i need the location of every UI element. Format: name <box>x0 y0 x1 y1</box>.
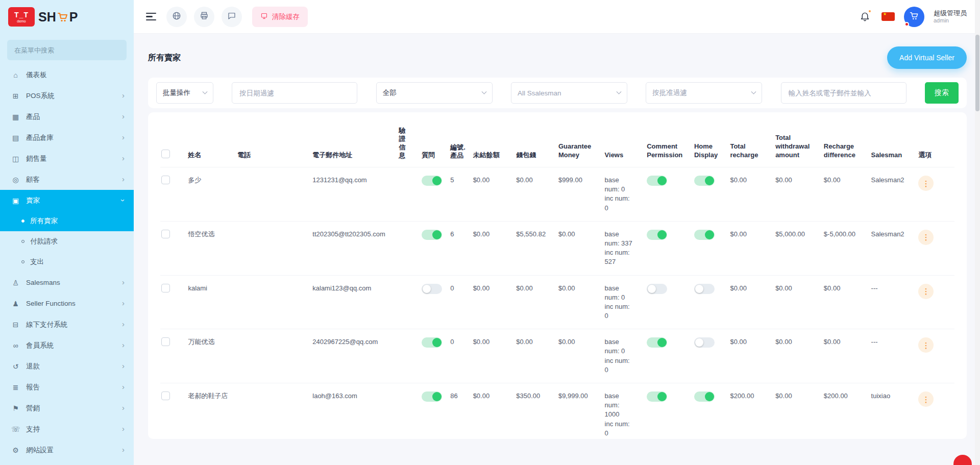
customers-icon: ◎ <box>11 176 20 184</box>
name-email-search-input[interactable] <box>781 82 906 104</box>
comment-permission-toggle[interactable] <box>647 391 667 402</box>
cell-home-display <box>694 329 730 383</box>
salesman-icon: ♙ <box>11 279 20 287</box>
home-display-toggle[interactable] <box>694 391 715 402</box>
notification-dot <box>868 9 872 13</box>
column-header-1: 電話 <box>237 115 312 167</box>
printer-button[interactable] <box>194 7 214 27</box>
comment-permission-toggle[interactable] <box>647 284 667 294</box>
row-checkbox[interactable] <box>161 230 170 238</box>
home-display-toggle[interactable] <box>694 230 715 240</box>
row-checkbox[interactable] <box>161 391 170 400</box>
column-header-16: 選項 <box>918 115 954 167</box>
clear-cache-label: 清除緩存 <box>272 12 300 21</box>
row-options-button[interactable]: ⋮ <box>918 337 934 353</box>
column-header-11: Home Display <box>694 115 730 167</box>
cell-email: kalami123@qq.com <box>312 275 399 329</box>
row-checkbox[interactable] <box>161 337 170 346</box>
sidebar-item-12[interactable]: ⊟線下支付系統› <box>0 314 134 335</box>
sidebar-item-2[interactable]: ▦產品› <box>0 106 134 127</box>
home-display-toggle[interactable] <box>694 284 715 294</box>
sidebar-item-label: 支出 <box>30 257 125 266</box>
sidebar-item-10[interactable]: ♙Salesmans› <box>0 272 134 293</box>
cell-total-withdrawal: $0.00 <box>775 167 824 222</box>
cell-guarantee-money: $999.00 <box>558 167 605 222</box>
user-info[interactable]: 超级管理员 admin <box>934 9 967 25</box>
select-all-checkbox[interactable] <box>161 150 170 158</box>
printer-icon <box>200 11 209 22</box>
row-options-button[interactable]: ⋮ <box>918 284 934 299</box>
add-virtual-seller-button[interactable]: Add Virtual Seller <box>887 46 967 69</box>
comment-permission-toggle[interactable] <box>647 230 667 240</box>
cell-home-display <box>694 221 730 275</box>
sidebar-item-0[interactable]: ⌂儀表板 <box>0 64 134 85</box>
menu-toggle-button[interactable] <box>146 10 159 23</box>
column-header-9: Views <box>605 115 647 167</box>
notifications-button[interactable] <box>857 9 872 25</box>
sidebar-item-13[interactable]: ∞會員系統› <box>0 335 134 356</box>
comment-permission-toggle[interactable] <box>647 337 667 348</box>
language-flag-button[interactable]: ★ <box>881 12 895 21</box>
salesman-filter-value: All Ssalesman <box>518 89 561 97</box>
user-avatar[interactable] <box>904 7 924 27</box>
sidebar-item-18[interactable]: ⚙網站設置› <box>0 439 134 460</box>
cell-question <box>422 221 450 275</box>
filter-bar: 批量操作 全部 All Ssalesman 按批准過濾 搜索 <box>148 78 967 108</box>
chevron-icon: › <box>122 320 125 328</box>
chat-button[interactable] <box>222 7 242 27</box>
sidebar-item-label: 儀表板 <box>26 70 125 80</box>
sidebar-item-3[interactable]: ▤產品倉庫› <box>0 127 134 148</box>
chevron-icon: › <box>122 154 125 162</box>
cart-avatar-icon <box>909 11 919 23</box>
sidebar-item-11[interactable]: ♟Seller Functions› <box>0 293 134 314</box>
cell-views: base num: 0inc num: 0 <box>605 284 633 321</box>
sidebar-item-15[interactable]: ≣報告› <box>0 377 134 398</box>
question-toggle[interactable] <box>422 176 442 186</box>
question-toggle[interactable] <box>422 391 442 402</box>
question-toggle[interactable] <box>422 230 442 240</box>
row-options-button[interactable]: ⋮ <box>918 230 934 245</box>
seller-functions-icon: ♟ <box>11 300 20 308</box>
sidebar-subitem-7[interactable]: 所有賣家 <box>0 211 134 231</box>
question-toggle[interactable] <box>422 284 442 294</box>
sidebar-item-1[interactable]: ⊞POS系統› <box>0 85 134 106</box>
status-filter-select[interactable]: 全部 <box>376 82 493 104</box>
sidebar-item-label: Seller Functions <box>26 300 122 307</box>
row-checkbox[interactable] <box>161 176 170 184</box>
sidebar-item-14[interactable]: ↺退款› <box>0 356 134 377</box>
language-globe-button[interactable] <box>166 7 187 27</box>
menu-search-input[interactable] <box>7 40 127 60</box>
sidebar-subitem-8[interactable]: 付款請求 <box>0 231 134 252</box>
search-button[interactable]: 搜索 <box>925 82 959 104</box>
app-logo[interactable]: T_T demo SH P <box>0 0 134 34</box>
row-options-button[interactable]: ⋮ <box>918 176 934 191</box>
sidebar-item-label: 會員系統 <box>26 341 122 350</box>
approval-filter-select[interactable]: 按批准過濾 <box>646 82 762 104</box>
scrollbar-thumb[interactable] <box>975 35 979 111</box>
sidebar-item-17[interactable]: ☏支持› <box>0 419 134 439</box>
row-options-button[interactable]: ⋮ <box>918 391 934 407</box>
chevron-icon: › <box>122 299 125 307</box>
home-display-toggle[interactable] <box>694 337 715 348</box>
chevron-icon: › <box>119 199 128 202</box>
question-toggle[interactable] <box>422 337 442 348</box>
chevron-icon: › <box>122 424 125 433</box>
date-filter-input[interactable] <box>232 82 357 104</box>
cell-salesman: Salesman2 <box>871 167 919 222</box>
home-display-toggle[interactable] <box>694 176 715 186</box>
cell-home-display <box>694 275 730 329</box>
sidebar-item-5[interactable]: ◎顧客› <box>0 169 134 190</box>
sidebar-item-6[interactable]: ▣賣家› <box>0 190 134 211</box>
bulk-action-select[interactable]: 批量操作 <box>156 82 213 104</box>
brand-right: P <box>69 10 78 25</box>
window-scrollbar[interactable] <box>975 0 980 465</box>
row-checkbox[interactable] <box>161 284 170 292</box>
salesman-filter-select[interactable]: All Ssalesman <box>511 82 627 104</box>
report-icon: ≣ <box>11 383 20 391</box>
sidebar-item-4[interactable]: ◫銷售量› <box>0 148 134 169</box>
bullet-icon <box>21 240 24 243</box>
clear-cache-button[interactable]: 清除緩存 <box>252 7 308 27</box>
comment-permission-toggle[interactable] <box>647 176 667 186</box>
sidebar-subitem-9[interactable]: 支出 <box>0 252 134 272</box>
sidebar-item-16[interactable]: ⚑營銷› <box>0 398 134 419</box>
